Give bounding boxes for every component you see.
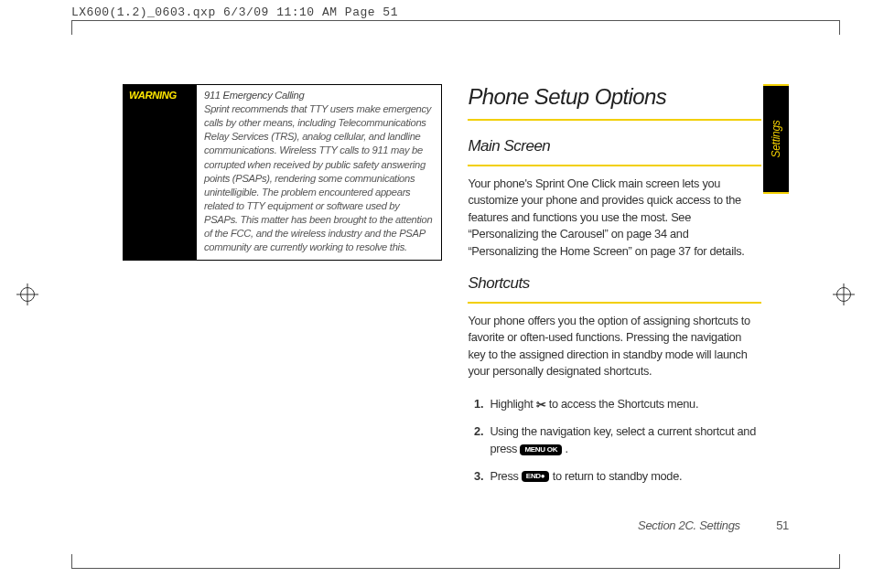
subheading-shortcuts: Shortcuts (468, 274, 761, 294)
footer-page-number: 51 (776, 519, 789, 532)
sub-rule (468, 302, 761, 304)
warning-box: WARNING 911 Emergency Calling Sprint rec… (123, 84, 442, 261)
warning-label: WARNING (124, 85, 197, 260)
left-column: WARNING 911 Emergency Calling Sprint rec… (123, 84, 442, 494)
step-1-text-a: Highlight (490, 397, 535, 411)
sub-rule (468, 165, 761, 166)
page-content: Settings WARNING 911 Emergency Calling S… (71, 20, 840, 569)
step-2: Using the navigation key, select a curre… (486, 422, 761, 457)
step-1-text-b: to access the Shortcuts menu. (549, 397, 698, 411)
step-3: Press END● to return to standby mode. (486, 467, 761, 485)
side-tab-label: Settings (770, 121, 782, 158)
step-1: Highlight ✂ to access the Shortcuts menu… (486, 395, 761, 413)
end-key-icon: END● (522, 471, 550, 482)
title-rule (468, 119, 761, 121)
section-title: Phone Setup Options (468, 84, 761, 113)
footer-section: Section 2C. Settings (638, 519, 740, 532)
side-tab-settings: Settings (763, 84, 789, 194)
shortcuts-body: Your phone offers you the option of assi… (468, 313, 761, 380)
page-footer: Section 2C. Settings 51 (638, 519, 789, 532)
warning-body: 911 Emergency Calling Sprint recommends … (197, 85, 441, 260)
step-3-text-a: Press (490, 469, 521, 483)
ok-key-icon: MENU OK (520, 444, 562, 455)
main-screen-body: Your phone's Sprint One Click main scree… (468, 176, 761, 261)
step-3-text-b: to return to standby mode. (553, 469, 683, 483)
right-column: Phone Setup Options Main Screen Your pho… (468, 84, 789, 494)
print-job-header: LX600(1.2)_0603.qxp 6/3/09 11:10 AM Page… (71, 5, 398, 19)
registration-mark-left (16, 283, 38, 305)
warning-lead: 911 Emergency Calling (204, 90, 304, 101)
tool-icon: ✂ (536, 396, 546, 413)
step-2-text-b: . (565, 442, 567, 455)
subheading-main-screen: Main Screen (468, 137, 761, 157)
warning-text: Sprint recommends that TTY users make em… (204, 103, 432, 252)
shortcuts-steps: Highlight ✂ to access the Shortcuts menu… (468, 395, 761, 485)
